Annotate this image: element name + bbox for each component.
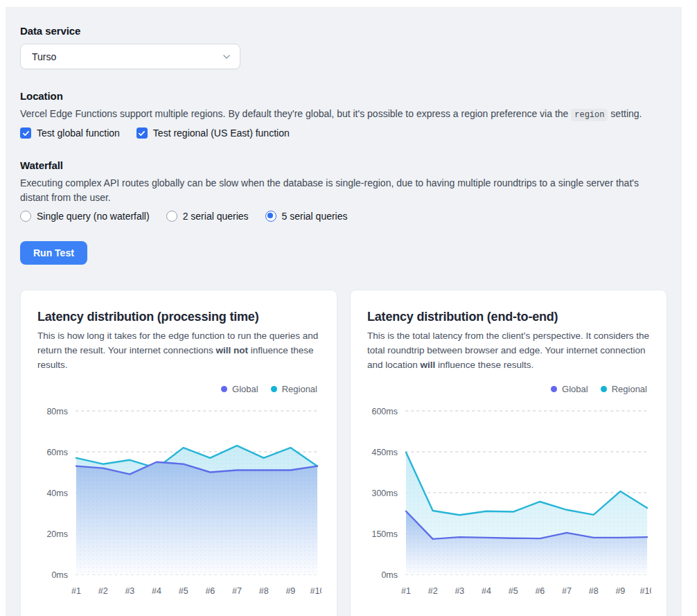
main-panel: Data service Turso Location Vercel Edge … xyxy=(6,7,682,616)
svg-text:150ms: 150ms xyxy=(371,529,398,538)
checkbox-test-global-function[interactable]: Test global function xyxy=(20,127,120,139)
svg-text:#2: #2 xyxy=(98,586,108,596)
radio-unselected-icon[interactable] xyxy=(20,211,31,222)
svg-text:#4: #4 xyxy=(482,586,491,596)
radio-unselected-icon[interactable] xyxy=(166,211,177,222)
waterfall-heading: Waterfall xyxy=(20,159,667,171)
chart-card-description: This is the total latency from the clien… xyxy=(367,329,650,373)
svg-text:#8: #8 xyxy=(259,586,269,596)
legend-item-regional: Regional xyxy=(601,384,647,394)
svg-text:#10: #10 xyxy=(640,586,651,596)
legend-label: Regional xyxy=(612,384,647,394)
legend-item-regional: Regional xyxy=(271,384,317,394)
svg-text:450ms: 450ms xyxy=(371,447,398,457)
svg-text:#7: #7 xyxy=(562,586,572,596)
latency-chart-card-processing: Latency distribution (processing time)Th… xyxy=(20,290,337,616)
radio-single-query-no-waterfall-[interactable]: Single query (no waterfall) xyxy=(20,211,150,222)
latency-line-chart: 0ms150ms300ms450ms600ms#1#2#3#4#5#6#7#8#… xyxy=(367,400,651,602)
svg-text:#5: #5 xyxy=(509,586,518,596)
legend-dot-icon xyxy=(221,386,227,392)
legend-label: Regional xyxy=(282,384,317,394)
radio-label: 2 serial queries xyxy=(183,211,249,222)
checkbox-label: Test global function xyxy=(37,127,120,139)
svg-text:300ms: 300ms xyxy=(371,488,398,498)
svg-text:#9: #9 xyxy=(615,586,625,596)
svg-text:#4: #4 xyxy=(152,586,161,596)
chevron-down-icon xyxy=(222,52,231,62)
waterfall-radio-row: Single query (no waterfall)2 serial quer… xyxy=(20,211,667,222)
chart-area: 0ms20ms40ms60ms80ms#1#2#3#4#5#6#7#8#9#10 xyxy=(37,400,320,605)
legend-item-global: Global xyxy=(551,384,588,394)
checkbox-label: Test regional (US East) function xyxy=(153,127,290,139)
svg-text:#3: #3 xyxy=(455,586,464,596)
chart-legend: GlobalRegional xyxy=(367,384,650,394)
waterfall-description: Executing complex API routes globally ca… xyxy=(20,176,667,204)
svg-text:20ms: 20ms xyxy=(46,529,68,538)
svg-text:#7: #7 xyxy=(232,586,242,596)
radio-label: 5 serial queries xyxy=(282,211,348,222)
checkbox-test-regional-us-east-function[interactable]: Test regional (US East) function xyxy=(136,127,290,139)
charts-row: Latency distribution (processing time)Th… xyxy=(20,290,667,616)
legend-label: Global xyxy=(232,384,258,394)
chart-card-description: This is how long it takes for the edge f… xyxy=(37,329,320,373)
legend-dot-icon xyxy=(601,386,607,392)
location-description: Vercel Edge Functions support multiple r… xyxy=(20,107,667,121)
svg-text:#9: #9 xyxy=(285,586,295,596)
location-heading: Location xyxy=(20,90,667,102)
svg-text:0ms: 0ms xyxy=(381,570,398,579)
svg-text:60ms: 60ms xyxy=(46,447,68,457)
checkbox-checked-icon[interactable] xyxy=(20,127,31,139)
svg-text:80ms: 80ms xyxy=(46,406,68,416)
svg-text:#6: #6 xyxy=(205,586,215,596)
radio-label: Single query (no waterfall) xyxy=(37,211,150,222)
radio-selected-icon[interactable] xyxy=(265,211,276,222)
data-service-select[interactable]: Turso xyxy=(20,44,240,69)
svg-text:#3: #3 xyxy=(125,586,134,596)
svg-text:#10: #10 xyxy=(310,586,321,596)
latency-line-chart: 0ms20ms40ms60ms80ms#1#2#3#4#5#6#7#8#9#10 xyxy=(37,400,321,602)
legend-dot-icon xyxy=(271,386,277,392)
legend-dot-icon xyxy=(551,386,557,392)
svg-text:#5: #5 xyxy=(179,586,188,596)
chart-legend: GlobalRegional xyxy=(37,384,320,394)
chart-card-title: Latency distribution (processing time) xyxy=(37,310,320,324)
chart-area: 0ms150ms300ms450ms600ms#1#2#3#4#5#6#7#8#… xyxy=(367,400,650,605)
data-service-selected-value: Turso xyxy=(32,51,56,62)
radio-5-serial-queries[interactable]: 5 serial queries xyxy=(265,211,348,222)
svg-text:#2: #2 xyxy=(428,586,438,596)
svg-text:#1: #1 xyxy=(401,586,411,596)
run-test-button[interactable]: Run Test xyxy=(20,241,87,265)
legend-label: Global xyxy=(562,384,588,394)
svg-text:#6: #6 xyxy=(535,586,545,596)
svg-text:#1: #1 xyxy=(71,586,81,596)
data-service-heading: Data service xyxy=(20,25,667,37)
chart-card-title: Latency distribution (end-to-end) xyxy=(367,310,650,324)
checkbox-checked-icon[interactable] xyxy=(136,127,148,139)
svg-text:#8: #8 xyxy=(589,586,599,596)
svg-text:40ms: 40ms xyxy=(46,488,68,498)
inline-code: region xyxy=(571,109,608,121)
legend-item-global: Global xyxy=(221,384,258,394)
svg-text:600ms: 600ms xyxy=(371,406,398,416)
svg-text:0ms: 0ms xyxy=(51,570,68,579)
radio-2-serial-queries[interactable]: 2 serial queries xyxy=(166,211,249,222)
location-checkbox-row: Test global functionTest regional (US Ea… xyxy=(20,127,667,139)
latency-chart-card-end-to-end: Latency distribution (end-to-end)This is… xyxy=(350,290,667,616)
